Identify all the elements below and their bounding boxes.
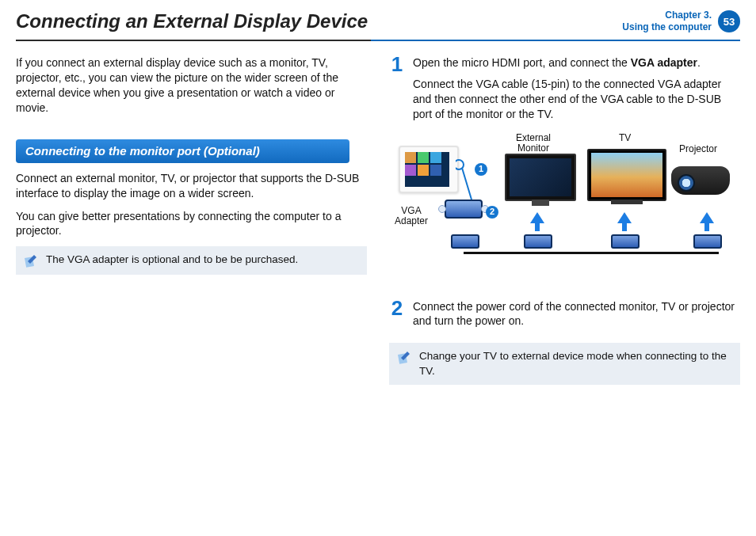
- note-text-2: Change your TV to external device mode w…: [419, 349, 732, 378]
- callout-line: [456, 157, 476, 204]
- tablet-device: [399, 146, 459, 193]
- body-text-1: Connect an external monitor, TV, or proj…: [16, 171, 367, 201]
- cable-line-adapter: [464, 252, 536, 254]
- label-vga-adapter: VGA Adapter: [389, 206, 433, 226]
- label-projector: Projector: [679, 144, 717, 154]
- vga-port-monitor: [524, 234, 552, 249]
- step1-line1: Open the micro HDMI port, and connect th…: [413, 55, 740, 70]
- step-number-2: 2: [389, 299, 405, 336]
- page-title: Connecting an External Display Device: [16, 10, 368, 32]
- step-number-1: 1: [389, 55, 405, 128]
- svg-line-2: [462, 168, 472, 200]
- header: Connecting an External Display Device Ch…: [0, 0, 756, 36]
- connection-illustration: 1 2 VGA Adapter External Monitor TV Proj…: [389, 133, 740, 291]
- chapter-line1: Chapter 3.: [622, 10, 712, 21]
- step-body-1: Open the micro HDMI port, and connect th…: [413, 55, 740, 128]
- right-column: 1 Open the micro HDMI port, and connect …: [389, 55, 740, 385]
- callout-badge-2: 2: [486, 206, 498, 219]
- projector-device: [671, 166, 730, 195]
- step-1: 1 Open the micro HDMI port, and connect …: [389, 55, 740, 128]
- note-text: The VGA adapter is optional and to be be…: [46, 253, 298, 267]
- step1-post: .: [697, 56, 701, 69]
- note-icon: [24, 253, 40, 268]
- intro-text: If you connect an external display devic…: [16, 55, 367, 116]
- left-column: If you connect an external display devic…: [16, 55, 367, 385]
- label-tv: TV: [619, 133, 631, 143]
- note-icon: [397, 349, 413, 365]
- cable-line: [536, 252, 719, 254]
- vga-port-tv: [611, 234, 640, 249]
- step1-pre: Open the micro HDMI port, and connect th…: [413, 56, 631, 69]
- external-monitor-device: [505, 154, 576, 201]
- step1-line2: Connect the VGA cable (15-pin) to the co…: [413, 77, 740, 122]
- vga-port-adapter: [451, 234, 479, 249]
- vga-port-projector: [693, 234, 722, 249]
- header-right: Chapter 3. Using the computer 53: [622, 10, 740, 33]
- chapter-line2: Using the computer: [622, 21, 712, 33]
- label-external-monitor: External Monitor: [511, 133, 556, 154]
- chapter-info: Chapter 3. Using the computer: [622, 10, 712, 33]
- body-text-2: You can give better presentations by con…: [16, 209, 367, 239]
- step-2: 2 Connect the power cord of the connecte…: [389, 299, 740, 336]
- arrow-up-icon: [617, 212, 632, 223]
- arrow-up-icon: [530, 212, 544, 223]
- note-box: The VGA adapter is optional and to be be…: [16, 246, 367, 275]
- arrow-up-icon: [700, 212, 714, 223]
- step1-bold: VGA adapter: [631, 56, 697, 69]
- step2-text: Connect the power cord of the connected …: [413, 299, 740, 329]
- note-box-2: Change your TV to external device mode w…: [389, 343, 740, 384]
- tv-device: [587, 149, 666, 201]
- section-heading: Connecting to the monitor port (Optional…: [16, 139, 349, 163]
- page-number: 53: [718, 10, 740, 32]
- callout-badge-1: 1: [475, 163, 487, 176]
- step-body-2: Connect the power cord of the connected …: [413, 299, 740, 336]
